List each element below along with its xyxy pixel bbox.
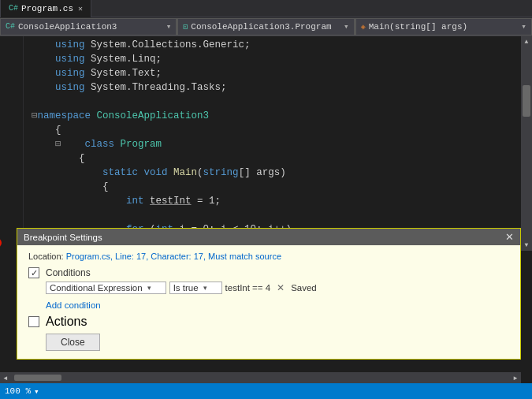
status-bar: 100 % ▾ bbox=[0, 383, 532, 399]
code-line: using System.Threading.Tasks; bbox=[32, 80, 521, 95]
nav-right-arrow: ▾ bbox=[521, 21, 526, 32]
code-line bbox=[32, 208, 521, 222]
code-line bbox=[32, 95, 521, 109]
code-line: using System.Text; bbox=[32, 66, 521, 80]
gutter-line bbox=[0, 66, 18, 80]
code-line: using System.Linq; bbox=[32, 52, 521, 66]
bp-location-link[interactable]: Program.cs, Line: 17, Character: 17, Mus… bbox=[66, 252, 281, 261]
condition-remove-btn[interactable]: ✕ bbox=[277, 282, 285, 293]
code-line: int testInt = 1; bbox=[32, 194, 521, 208]
breakpoint-panel-content: Location: Program.cs, Line: 17, Characte… bbox=[17, 245, 520, 359]
scroll-left-btn[interactable]: ◄ bbox=[0, 372, 11, 383]
gutter-line bbox=[0, 109, 18, 123]
bp-conditions-row: ✓ Conditions bbox=[28, 267, 509, 278]
nav-bar: C# ConsoleApplication3 ▾ ⊡ ConsoleApplic… bbox=[0, 17, 532, 36]
gutter-line bbox=[0, 151, 18, 166]
gutter-line bbox=[0, 166, 18, 180]
nav-left-arrow: ▾ bbox=[166, 21, 172, 32]
cond-type-arrow: ▾ bbox=[147, 284, 151, 292]
actions-label: Actions bbox=[46, 315, 87, 329]
code-content[interactable]: using System.Collections.Generic; using … bbox=[24, 36, 521, 251]
code-line: ⊟ class Program bbox=[32, 137, 521, 151]
scroll-down-arrow[interactable]: ▼ bbox=[521, 240, 532, 251]
gutter-line bbox=[0, 95, 18, 109]
breakpoint-panel-close-btn[interactable]: ✕ bbox=[505, 231, 514, 243]
gutter-line bbox=[0, 52, 18, 66]
condition-type-select[interactable]: Conditional Expression ▾ bbox=[46, 282, 166, 294]
breakpoint-indicator bbox=[0, 238, 2, 248]
code-line: using System.Collections.Generic; bbox=[32, 38, 521, 52]
gutter-line bbox=[0, 237, 18, 251]
tab-bar: C# Program.cs ✕ bbox=[0, 0, 532, 17]
condition-is-select[interactable]: Is true ▾ bbox=[169, 282, 222, 294]
code-line: { bbox=[32, 151, 521, 166]
gutter-line bbox=[0, 38, 18, 52]
tab-label: Program.cs bbox=[21, 4, 73, 13]
condition-value: testInt == 4 bbox=[225, 283, 271, 293]
code-line: { bbox=[32, 180, 521, 194]
gutter-line bbox=[0, 180, 18, 194]
scroll-right-btn[interactable]: ► bbox=[510, 372, 521, 383]
nav-namespace-dropdown[interactable]: C# ConsoleApplication3 ▾ bbox=[0, 18, 177, 35]
scroll-up-arrow[interactable]: ▲ bbox=[521, 36, 532, 47]
gutter-line bbox=[0, 137, 18, 151]
bp-actions-row: Actions bbox=[28, 315, 509, 329]
line-numbers bbox=[0, 36, 24, 251]
conditions-label: Conditions bbox=[46, 267, 91, 278]
gutter-line bbox=[0, 194, 18, 208]
horizontal-scrollbar[interactable]: ◄ ► bbox=[0, 372, 521, 383]
gutter-line bbox=[0, 208, 18, 222]
conditions-checkbox[interactable]: ✓ bbox=[28, 267, 39, 278]
breakpoint-settings-panel: Breakpoint Settings ✕ Location: Program.… bbox=[17, 228, 521, 360]
code-line: ⊟namespace ConsoleApplication3 bbox=[32, 109, 521, 123]
gutter-line bbox=[0, 222, 18, 237]
actions-checkbox[interactable] bbox=[28, 316, 39, 327]
code-editor: using System.Collections.Generic; using … bbox=[0, 36, 532, 251]
bp-condition-line: Conditional Expression ▾ Is true ▾ testI… bbox=[46, 282, 509, 294]
add-condition-link[interactable]: Add condition bbox=[28, 297, 509, 315]
code-line: static void Main(string[] args) bbox=[32, 166, 521, 180]
gutter-line bbox=[0, 80, 18, 95]
code-line: { bbox=[32, 123, 521, 137]
nav-method-dropdown[interactable]: ◈ Main(string[] args) ▾ bbox=[355, 18, 532, 35]
gutter-line bbox=[0, 123, 18, 137]
editor-scrollbar[interactable]: ▲ ▼ bbox=[521, 36, 532, 251]
tab-close-btn[interactable]: ✕ bbox=[78, 4, 83, 13]
nav-class-dropdown[interactable]: ⊡ ConsoleApplication3.Program ▾ bbox=[177, 18, 354, 35]
nav-mid-arrow: ▾ bbox=[344, 21, 349, 32]
tab-program-cs[interactable]: C# Program.cs ✕ bbox=[0, 0, 91, 17]
condition-saved-label: Saved bbox=[291, 283, 317, 293]
zoom-level: 100 % bbox=[5, 386, 31, 396]
scrollbar-thumb[interactable] bbox=[523, 85, 530, 117]
close-button[interactable]: Close bbox=[46, 334, 100, 351]
breakpoint-panel-title: Breakpoint Settings bbox=[24, 233, 102, 242]
cond-is-arrow: ▾ bbox=[203, 284, 207, 292]
bp-location: Location: Program.cs, Line: 17, Characte… bbox=[28, 252, 509, 261]
scrollbar-h-thumb[interactable] bbox=[14, 375, 61, 381]
breakpoint-title-bar: Breakpoint Settings ✕ bbox=[17, 229, 520, 245]
zoom-arrow[interactable]: ▾ bbox=[34, 386, 39, 397]
